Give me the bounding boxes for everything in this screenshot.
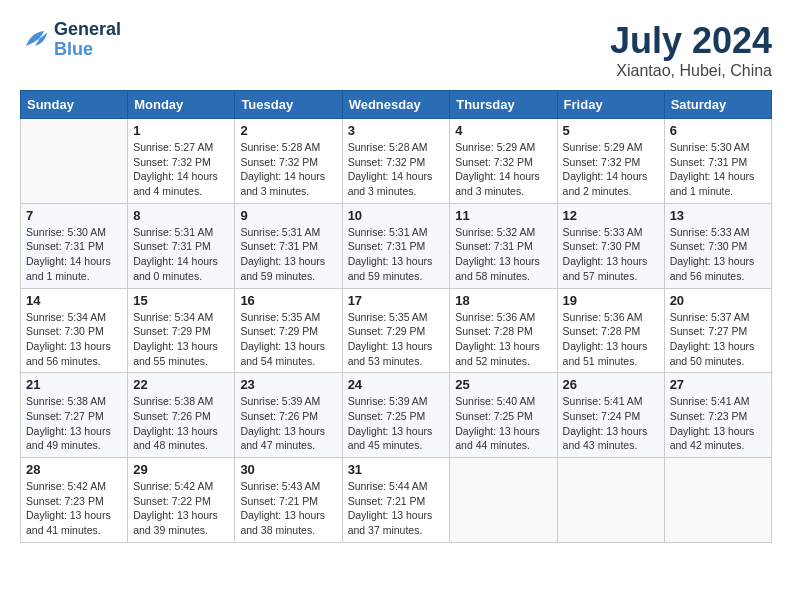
day-number: 30 (240, 462, 336, 477)
calendar-cell: 6Sunrise: 5:30 AMSunset: 7:31 PMDaylight… (664, 119, 771, 204)
calendar-cell: 1Sunrise: 5:27 AMSunset: 7:32 PMDaylight… (128, 119, 235, 204)
day-number: 12 (563, 208, 659, 223)
day-info: Sunrise: 5:34 AMSunset: 7:30 PMDaylight:… (26, 310, 122, 369)
day-number: 7 (26, 208, 122, 223)
day-info: Sunrise: 5:43 AMSunset: 7:21 PMDaylight:… (240, 479, 336, 538)
day-number: 28 (26, 462, 122, 477)
day-info: Sunrise: 5:42 AMSunset: 7:23 PMDaylight:… (26, 479, 122, 538)
day-number: 6 (670, 123, 766, 138)
day-info: Sunrise: 5:38 AMSunset: 7:26 PMDaylight:… (133, 394, 229, 453)
day-info: Sunrise: 5:35 AMSunset: 7:29 PMDaylight:… (348, 310, 445, 369)
calendar-cell: 17Sunrise: 5:35 AMSunset: 7:29 PMDayligh… (342, 288, 450, 373)
weekday-header-monday: Monday (128, 91, 235, 119)
day-info: Sunrise: 5:33 AMSunset: 7:30 PMDaylight:… (563, 225, 659, 284)
calendar-cell: 14Sunrise: 5:34 AMSunset: 7:30 PMDayligh… (21, 288, 128, 373)
day-number: 19 (563, 293, 659, 308)
calendar-week-row: 7Sunrise: 5:30 AMSunset: 7:31 PMDaylight… (21, 203, 772, 288)
day-info: Sunrise: 5:39 AMSunset: 7:26 PMDaylight:… (240, 394, 336, 453)
weekday-header-wednesday: Wednesday (342, 91, 450, 119)
logo-text: General Blue (54, 20, 121, 60)
calendar-cell: 16Sunrise: 5:35 AMSunset: 7:29 PMDayligh… (235, 288, 342, 373)
day-number: 3 (348, 123, 445, 138)
calendar-cell: 2Sunrise: 5:28 AMSunset: 7:32 PMDaylight… (235, 119, 342, 204)
calendar-cell: 3Sunrise: 5:28 AMSunset: 7:32 PMDaylight… (342, 119, 450, 204)
month-year-title: July 2024 (610, 20, 772, 62)
day-info: Sunrise: 5:41 AMSunset: 7:24 PMDaylight:… (563, 394, 659, 453)
calendar-cell: 27Sunrise: 5:41 AMSunset: 7:23 PMDayligh… (664, 373, 771, 458)
calendar-cell: 31Sunrise: 5:44 AMSunset: 7:21 PMDayligh… (342, 458, 450, 543)
day-number: 23 (240, 377, 336, 392)
calendar-cell: 15Sunrise: 5:34 AMSunset: 7:29 PMDayligh… (128, 288, 235, 373)
calendar-cell: 29Sunrise: 5:42 AMSunset: 7:22 PMDayligh… (128, 458, 235, 543)
day-number: 10 (348, 208, 445, 223)
weekday-header-friday: Friday (557, 91, 664, 119)
calendar-week-row: 28Sunrise: 5:42 AMSunset: 7:23 PMDayligh… (21, 458, 772, 543)
day-number: 4 (455, 123, 551, 138)
weekday-header-sunday: Sunday (21, 91, 128, 119)
day-info: Sunrise: 5:28 AMSunset: 7:32 PMDaylight:… (348, 140, 445, 199)
day-number: 9 (240, 208, 336, 223)
day-number: 24 (348, 377, 445, 392)
day-number: 20 (670, 293, 766, 308)
day-number: 29 (133, 462, 229, 477)
day-info: Sunrise: 5:36 AMSunset: 7:28 PMDaylight:… (455, 310, 551, 369)
calendar-cell: 20Sunrise: 5:37 AMSunset: 7:27 PMDayligh… (664, 288, 771, 373)
calendar-week-row: 21Sunrise: 5:38 AMSunset: 7:27 PMDayligh… (21, 373, 772, 458)
day-number: 27 (670, 377, 766, 392)
day-number: 18 (455, 293, 551, 308)
day-number: 22 (133, 377, 229, 392)
day-number: 1 (133, 123, 229, 138)
calendar-cell: 22Sunrise: 5:38 AMSunset: 7:26 PMDayligh… (128, 373, 235, 458)
calendar-cell: 21Sunrise: 5:38 AMSunset: 7:27 PMDayligh… (21, 373, 128, 458)
calendar-week-row: 1Sunrise: 5:27 AMSunset: 7:32 PMDaylight… (21, 119, 772, 204)
day-info: Sunrise: 5:33 AMSunset: 7:30 PMDaylight:… (670, 225, 766, 284)
day-info: Sunrise: 5:29 AMSunset: 7:32 PMDaylight:… (455, 140, 551, 199)
calendar-cell (664, 458, 771, 543)
day-number: 31 (348, 462, 445, 477)
calendar-cell (450, 458, 557, 543)
weekday-header-saturday: Saturday (664, 91, 771, 119)
calendar-cell: 5Sunrise: 5:29 AMSunset: 7:32 PMDaylight… (557, 119, 664, 204)
page-header: General Blue July 2024 Xiantao, Hubei, C… (20, 20, 772, 80)
day-info: Sunrise: 5:31 AMSunset: 7:31 PMDaylight:… (133, 225, 229, 284)
calendar-cell: 19Sunrise: 5:36 AMSunset: 7:28 PMDayligh… (557, 288, 664, 373)
calendar-cell (557, 458, 664, 543)
day-number: 5 (563, 123, 659, 138)
day-number: 13 (670, 208, 766, 223)
day-info: Sunrise: 5:36 AMSunset: 7:28 PMDaylight:… (563, 310, 659, 369)
logo-bird-icon (20, 25, 50, 55)
day-info: Sunrise: 5:28 AMSunset: 7:32 PMDaylight:… (240, 140, 336, 199)
calendar-cell: 24Sunrise: 5:39 AMSunset: 7:25 PMDayligh… (342, 373, 450, 458)
day-info: Sunrise: 5:35 AMSunset: 7:29 PMDaylight:… (240, 310, 336, 369)
logo: General Blue (20, 20, 121, 60)
calendar-cell: 26Sunrise: 5:41 AMSunset: 7:24 PMDayligh… (557, 373, 664, 458)
weekday-header-thursday: Thursday (450, 91, 557, 119)
weekday-header-tuesday: Tuesday (235, 91, 342, 119)
calendar-cell: 11Sunrise: 5:32 AMSunset: 7:31 PMDayligh… (450, 203, 557, 288)
day-number: 16 (240, 293, 336, 308)
calendar-table: SundayMondayTuesdayWednesdayThursdayFrid… (20, 90, 772, 543)
day-info: Sunrise: 5:27 AMSunset: 7:32 PMDaylight:… (133, 140, 229, 199)
calendar-cell: 13Sunrise: 5:33 AMSunset: 7:30 PMDayligh… (664, 203, 771, 288)
day-info: Sunrise: 5:40 AMSunset: 7:25 PMDaylight:… (455, 394, 551, 453)
calendar-cell: 7Sunrise: 5:30 AMSunset: 7:31 PMDaylight… (21, 203, 128, 288)
day-number: 25 (455, 377, 551, 392)
calendar-cell: 28Sunrise: 5:42 AMSunset: 7:23 PMDayligh… (21, 458, 128, 543)
calendar-cell: 12Sunrise: 5:33 AMSunset: 7:30 PMDayligh… (557, 203, 664, 288)
location-subtitle: Xiantao, Hubei, China (610, 62, 772, 80)
calendar-cell: 4Sunrise: 5:29 AMSunset: 7:32 PMDaylight… (450, 119, 557, 204)
calendar-cell (21, 119, 128, 204)
day-info: Sunrise: 5:29 AMSunset: 7:32 PMDaylight:… (563, 140, 659, 199)
day-info: Sunrise: 5:42 AMSunset: 7:22 PMDaylight:… (133, 479, 229, 538)
title-area: July 2024 Xiantao, Hubei, China (610, 20, 772, 80)
calendar-week-row: 14Sunrise: 5:34 AMSunset: 7:30 PMDayligh… (21, 288, 772, 373)
day-info: Sunrise: 5:44 AMSunset: 7:21 PMDaylight:… (348, 479, 445, 538)
day-info: Sunrise: 5:30 AMSunset: 7:31 PMDaylight:… (26, 225, 122, 284)
day-number: 8 (133, 208, 229, 223)
day-info: Sunrise: 5:39 AMSunset: 7:25 PMDaylight:… (348, 394, 445, 453)
calendar-cell: 18Sunrise: 5:36 AMSunset: 7:28 PMDayligh… (450, 288, 557, 373)
day-info: Sunrise: 5:41 AMSunset: 7:23 PMDaylight:… (670, 394, 766, 453)
day-info: Sunrise: 5:38 AMSunset: 7:27 PMDaylight:… (26, 394, 122, 453)
day-number: 26 (563, 377, 659, 392)
day-info: Sunrise: 5:30 AMSunset: 7:31 PMDaylight:… (670, 140, 766, 199)
